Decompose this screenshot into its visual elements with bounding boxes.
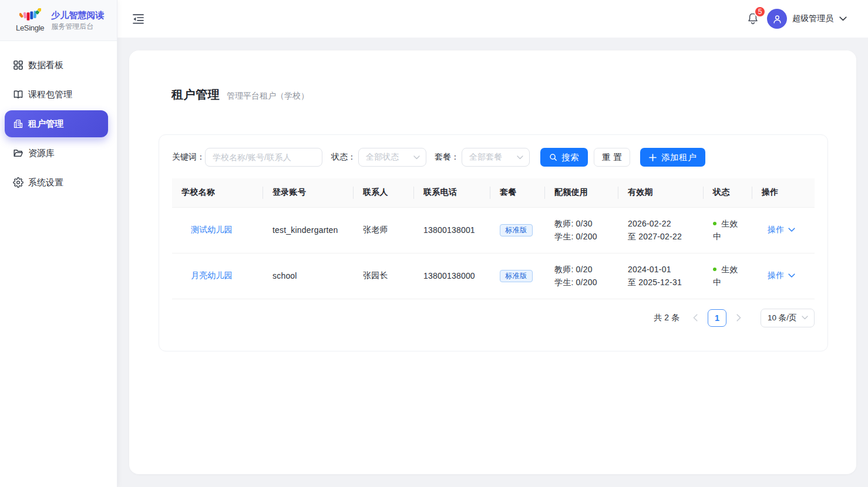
quota-student: 学生: 0/200	[554, 276, 609, 289]
plan-tag: 标准版	[500, 270, 533, 282]
search-button-label: 搜索	[561, 152, 579, 163]
plan-select[interactable]: 全部套餐	[462, 148, 530, 167]
school-name-link[interactable]: 测试幼儿园	[191, 225, 233, 234]
status-select[interactable]: 全部状态	[358, 148, 426, 167]
reset-button-label: 重 置	[602, 152, 623, 163]
reset-button[interactable]: 重 置	[594, 148, 630, 167]
column-header-5: 套餐	[490, 178, 545, 207]
dashboard-icon	[13, 60, 23, 70]
pagination-next-button[interactable]	[734, 314, 743, 322]
main-content: 租户管理 管理平台租户（学校） 关键词： 状态： 全部状态	[117, 38, 868, 487]
sidebar-collapse-button[interactable]	[132, 13, 144, 25]
column-header-8: 状态	[704, 178, 752, 207]
status-text: 生效中	[713, 265, 738, 287]
action-link[interactable]: 操作	[768, 270, 784, 281]
status-text: 生效中	[713, 219, 738, 241]
plan-tag: 标准版	[500, 224, 533, 236]
pagination: 共 2 条 1 10 条/页	[172, 309, 815, 327]
topbar-right: 5 超级管理员	[747, 9, 847, 29]
quota-teacher: 教师: 0/20	[554, 263, 609, 276]
sidebar-item-2[interactable]: 课程包管理	[5, 81, 108, 108]
add-tenant-button-label: 添加租户	[661, 152, 697, 163]
status-select-value: 全部状态	[366, 152, 399, 163]
search-button[interactable]: 搜索	[540, 148, 588, 167]
sidebar-item-5[interactable]: 系统设置	[5, 169, 108, 196]
table-row: 测试幼儿园test_kindergarten张老师13800138001标准版教…	[172, 207, 815, 253]
right-column: 5 超级管理员 租户管理	[117, 0, 868, 487]
search-icon	[549, 153, 557, 161]
account-cell: test_kindergarten	[272, 225, 338, 235]
sidebar-item-label: 系统设置	[28, 177, 63, 188]
plus-icon	[649, 154, 657, 161]
column-header-2: 登录账号	[263, 178, 354, 207]
topbar: 5 超级管理员	[117, 0, 868, 38]
user-menu-button[interactable]	[839, 16, 847, 21]
sidebar-item-1[interactable]: 数据看板	[5, 52, 108, 79]
column-header-7: 有效期	[618, 178, 704, 207]
chevron-down-icon	[413, 155, 420, 160]
valid-to: 至 2025-12-31	[628, 276, 694, 289]
quota-student: 学生: 0/200	[554, 230, 609, 243]
sidebar-menu: 数据看板课程包管理租户管理资源库系统设置	[0, 41, 117, 198]
column-header-4: 联系电话	[414, 178, 490, 207]
gear-icon	[13, 177, 23, 188]
column-header-9: 操作	[752, 178, 815, 207]
status-dot-icon	[713, 268, 716, 271]
account-cell: school	[272, 271, 297, 280]
chevron-right-icon	[736, 314, 741, 322]
valid-from: 2024-01-01	[628, 263, 694, 276]
valid-to: 至 2027-02-22	[628, 230, 694, 243]
add-tenant-button[interactable]: 添加租户	[640, 148, 705, 167]
page-title: 租户管理	[171, 86, 220, 103]
sidebar-item-4[interactable]: 资源库	[5, 140, 108, 167]
tenant-table: 学校名称登录账号联系人联系电话套餐配额使用有效期状态操作 测试幼儿园test_k…	[172, 178, 815, 299]
brand-subtitle: 服务管理后台	[51, 22, 104, 31]
logo-wordmark: LeSingle	[16, 23, 44, 32]
page-subtitle: 管理平台租户（学校）	[227, 91, 309, 102]
table-row: 月亮幼儿园school张园长13800138000标准版教师: 0/20学生: …	[172, 253, 815, 299]
phone-cell: 13800138000	[423, 271, 475, 280]
pagination-prev-button[interactable]	[691, 314, 700, 322]
sidebar-item-3[interactable]: 租户管理	[5, 110, 108, 137]
column-header-6: 配额使用	[545, 178, 618, 207]
username: 超级管理员	[792, 13, 833, 24]
row-actions-dropdown[interactable]: 操作	[762, 270, 805, 281]
filter-bar: 关键词： 状态： 全部状态 套餐： 全部套餐	[172, 148, 815, 167]
page-size-select[interactable]: 10 条/页	[761, 309, 815, 327]
status-badge: 生效中	[713, 263, 743, 289]
status-label: 状态：	[331, 152, 356, 163]
brand-logo: LeSingle	[16, 8, 44, 32]
folder-icon	[13, 148, 23, 158]
pagination-total: 共 2 条	[654, 313, 679, 323]
page-header: 租户管理 管理平台租户（学校）	[171, 86, 828, 103]
keyword-label: 关键词：	[172, 152, 205, 163]
keyword-input[interactable]	[205, 148, 322, 167]
logo-bars-icon	[19, 8, 41, 22]
chevron-down-icon	[802, 316, 808, 320]
pagination-page-1[interactable]: 1	[708, 309, 726, 327]
menu-fold-icon	[133, 14, 144, 24]
contact-cell: 张老师	[363, 225, 388, 234]
table-header-row: 学校名称登录账号联系人联系电话套餐配额使用有效期状态操作	[172, 178, 815, 207]
sidebar-item-label: 数据看板	[28, 60, 63, 71]
quota-teacher: 教师: 0/30	[554, 217, 609, 230]
book-icon	[13, 89, 23, 100]
notifications-button[interactable]: 5	[747, 12, 759, 25]
avatar[interactable]	[767, 9, 787, 29]
plan-label: 套餐：	[435, 152, 459, 163]
sidebar-item-label: 租户管理	[28, 119, 63, 130]
brand-text: 少儿智慧阅读 服务管理后台	[51, 9, 104, 31]
chevron-down-icon	[517, 155, 523, 160]
row-actions-dropdown[interactable]: 操作	[762, 225, 805, 235]
valid-from: 2026-02-22	[628, 217, 694, 230]
phone-cell: 13800138001	[423, 225, 475, 235]
action-link[interactable]: 操作	[768, 225, 784, 235]
sidebar: LeSingle 少儿智慧阅读 服务管理后台 数据看板课程包管理租户管理资源库系…	[0, 0, 117, 487]
school-name-link[interactable]: 月亮幼儿园	[191, 270, 233, 280]
status-badge: 生效中	[713, 217, 743, 243]
page-card: 租户管理 管理平台租户（学校） 关键词： 状态： 全部状态	[129, 50, 856, 474]
page-size-value: 10 条/页	[768, 313, 797, 323]
status-dot-icon	[713, 222, 716, 225]
table-panel: 关键词： 状态： 全部状态 套餐： 全部套餐	[159, 134, 828, 351]
sidebar-item-label: 课程包管理	[28, 89, 72, 100]
